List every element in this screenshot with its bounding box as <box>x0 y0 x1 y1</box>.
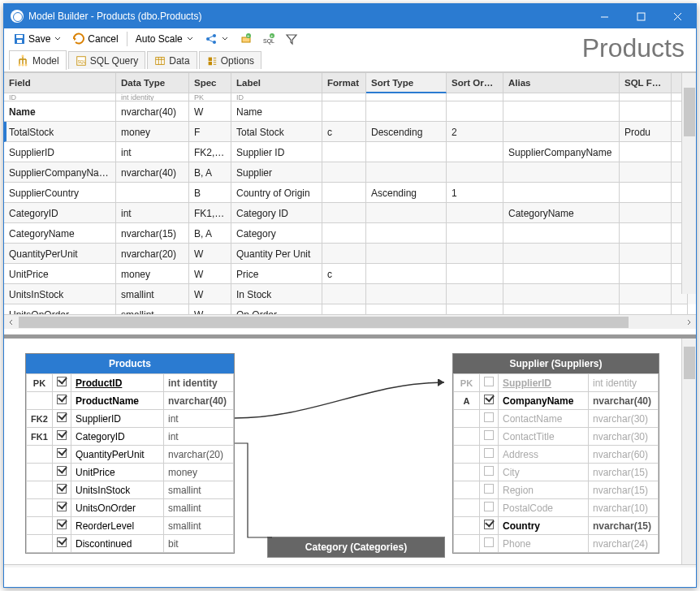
entity-checkbox[interactable] <box>53 446 71 464</box>
header-alias[interactable]: Alias <box>503 73 620 93</box>
grid-cell[interactable]: W <box>189 304 231 314</box>
grid-row[interactable]: UnitsInStocksmallintWIn Stock <box>4 284 696 304</box>
entity-row[interactable]: ACompanyNamenvarchar(40) <box>454 392 659 410</box>
entity-checkbox[interactable] <box>480 410 499 428</box>
entity-row[interactable]: Countrynvarchar(15) <box>454 517 659 535</box>
entity-row[interactable]: FK1CategoryIDint <box>27 428 234 446</box>
add-sql-button[interactable]: SQL+ <box>258 30 279 48</box>
grid-cell[interactable] <box>503 122 620 142</box>
grid-row[interactable]: UnitsOnOrdersmallintWOn Order <box>4 304 696 314</box>
entity-row[interactable]: Addressnvarchar(60) <box>454 446 659 464</box>
entity-row[interactable]: ReorderLevelsmallint <box>27 517 234 535</box>
entity-checkbox[interactable] <box>53 410 71 428</box>
grid-cell[interactable]: FK2, W <box>189 142 231 162</box>
grid-cell[interactable] <box>322 284 366 304</box>
grid-row[interactable]: Namenvarchar(40)WName <box>4 101 696 122</box>
header-sqlformula[interactable]: SQL Formula <box>620 73 672 93</box>
grid-horizontal-scrollbar[interactable] <box>4 314 696 329</box>
entity-row[interactable]: Regionnvarchar(15) <box>454 481 659 499</box>
entity-checkbox[interactable] <box>480 464 499 481</box>
scroll-left-icon[interactable] <box>4 315 19 330</box>
grid-cell[interactable] <box>620 264 672 284</box>
grid-row[interactable]: SupplierIDintFK2, WSupplier IDSupplierCo… <box>4 142 696 162</box>
grid-cell[interactable]: c <box>322 122 366 142</box>
grid-cell[interactable] <box>620 162 672 183</box>
grid-cell[interactable]: SupplierID <box>4 142 116 162</box>
grid-cell[interactable] <box>322 142 366 162</box>
grid-cell[interactable]: Total Stock <box>231 122 322 142</box>
entity-row[interactable]: Discontinuedbit <box>27 535 234 553</box>
grid-cell[interactable]: CategoryID <box>4 203 116 223</box>
grid-cell[interactable] <box>620 183 672 203</box>
entity-products[interactable]: Products PKProductIDint identityProductN… <box>25 353 235 554</box>
entity-checkbox[interactable] <box>53 374 71 392</box>
grid-cell[interactable] <box>366 223 447 244</box>
entity-row[interactable]: Citynvarchar(15) <box>454 464 659 481</box>
grid-cell[interactable]: W <box>189 244 231 264</box>
entity-row[interactable]: UnitsInStocksmallint <box>27 481 234 499</box>
grid-cell[interactable] <box>620 284 672 304</box>
grid-cell[interactable]: Category <box>231 223 322 244</box>
entity-row[interactable]: ProductNamenvarchar(40) <box>27 392 234 410</box>
grid-cell[interactable]: int <box>116 142 189 162</box>
grid-cell[interactable] <box>366 203 447 223</box>
grid-cell[interactable] <box>322 203 366 223</box>
entity-checkbox[interactable] <box>53 481 71 499</box>
filter-button[interactable] <box>281 30 302 48</box>
grid-cell[interactable]: 2 <box>447 122 503 142</box>
tab-options[interactable]: Options <box>199 51 261 69</box>
grid-row[interactable]: SupplierCompanyNamenvarchar(40)B, ASuppl… <box>4 162 696 183</box>
grid-cell[interactable] <box>503 244 620 264</box>
header-field[interactable]: Field <box>4 73 116 93</box>
header-sorttype[interactable]: Sort Type <box>366 73 447 93</box>
grid-cell[interactable] <box>116 183 189 203</box>
grid-cell[interactable]: In Stock <box>231 284 322 304</box>
grid-cell[interactable] <box>503 264 620 284</box>
tab-data[interactable]: Data <box>147 51 197 69</box>
entity-checkbox[interactable] <box>480 428 499 446</box>
grid-cell[interactable]: SupplierCompanyName <box>503 142 620 162</box>
cancel-button[interactable]: Cancel <box>68 30 122 48</box>
entity-checkbox[interactable] <box>480 481 499 499</box>
grid-cell[interactable] <box>447 162 503 183</box>
grid-cell[interactable] <box>503 284 620 304</box>
diagram-pane[interactable]: Products PKProductIDint identityProductN… <box>4 339 696 564</box>
grid-row[interactable]: TotalStockmoneyFTotal StockcDescending2P… <box>4 122 696 142</box>
grid-cell[interactable]: B <box>189 183 231 203</box>
grid-cell[interactable] <box>322 183 366 203</box>
grid-vertical-scrollbar[interactable] <box>681 73 696 294</box>
share-dropdown-icon[interactable] <box>220 36 230 42</box>
entity-checkbox[interactable] <box>53 464 71 481</box>
entity-checkbox[interactable] <box>53 517 71 535</box>
grid-cell[interactable] <box>620 101 672 122</box>
grid-cell[interactable]: Name <box>4 101 116 122</box>
grid-cell[interactable] <box>503 223 620 244</box>
autoscale-dropdown-icon[interactable] <box>185 36 195 42</box>
grid-cell[interactable]: nvarchar(15) <box>116 223 189 244</box>
maximize-button[interactable] <box>623 4 659 28</box>
grid-cell[interactable] <box>447 142 503 162</box>
grid-cell[interactable]: UnitPrice <box>4 264 116 284</box>
grid-cell[interactable] <box>503 183 620 203</box>
entity-checkbox[interactable] <box>53 428 71 446</box>
grid-cell[interactable]: B, A <box>189 162 231 183</box>
grid-cell[interactable]: Country of Origin <box>231 183 322 203</box>
save-button[interactable]: Save <box>9 30 67 48</box>
grid-cell[interactable] <box>366 101 447 122</box>
grid-cell[interactable] <box>447 203 503 223</box>
entity-category[interactable]: Category (Categories) <box>267 537 445 558</box>
entity-checkbox[interactable] <box>53 392 71 410</box>
grid-cell[interactable]: money <box>116 122 189 142</box>
grid-row[interactable]: UnitPricemoneyWPricec <box>4 264 696 284</box>
grid-cell[interactable] <box>366 244 447 264</box>
grid-cell[interactable] <box>447 304 503 314</box>
grid-cell[interactable]: UnitsInStock <box>4 284 116 304</box>
grid-cell[interactable] <box>447 223 503 244</box>
grid-cell[interactable]: Category ID <box>231 203 322 223</box>
grid-cell[interactable]: B, A <box>189 223 231 244</box>
entity-row[interactable]: FK2SupplierIDint <box>27 410 234 428</box>
grid-cell[interactable]: On Order <box>231 304 322 314</box>
scroll-right-icon[interactable] <box>681 315 696 330</box>
grid-cell[interactable] <box>447 284 503 304</box>
entity-supplier[interactable]: Supplier (Suppliers) PKSupplierIDint ide… <box>452 353 659 554</box>
